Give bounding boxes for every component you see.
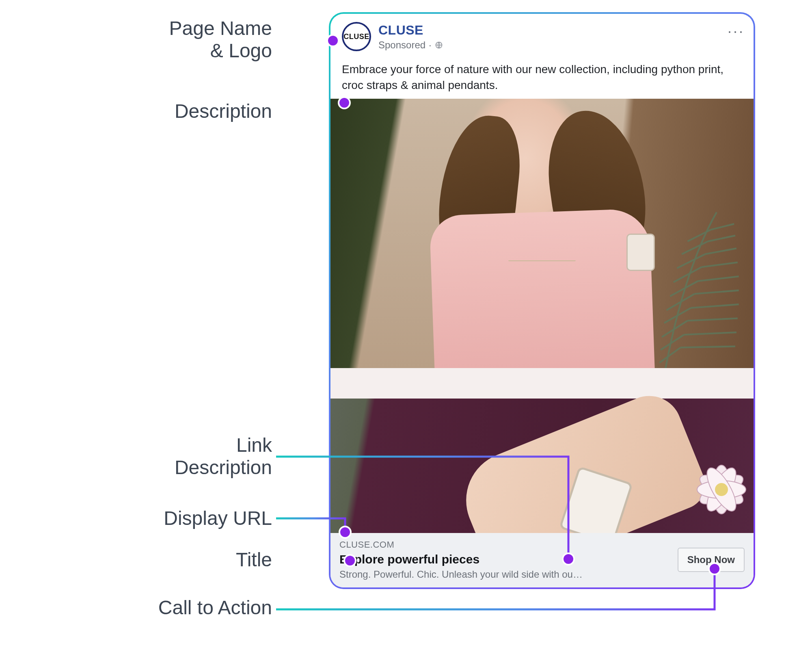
ad-media-bottom-image (330, 399, 754, 533)
flower-illustration-icon (681, 449, 754, 530)
ad-header-text: CLUSE Sponsored · (378, 23, 443, 51)
annotation-page-name-logo: Page Name& Logo (169, 17, 272, 62)
ad-link-description: Strong. Powerful. Chic. Unleash your wil… (339, 569, 669, 580)
ad-card-border: CLUSE CLUSE Sponsored · ··· Embrace your… (329, 12, 755, 589)
annotation-title: Title (236, 548, 272, 571)
annotation-link-description: LinkDescription (175, 434, 272, 479)
ad-title: Explore powerful pieces (339, 552, 669, 566)
ad-link-bar[interactable]: CLUSE.COM Explore powerful pieces Strong… (330, 533, 754, 587)
sponsored-label: Sponsored (378, 39, 425, 51)
separator-dot: · (429, 39, 432, 51)
ad-body-text: Embrace your force of nature with our ne… (330, 54, 754, 99)
cta-button[interactable]: Shop Now (678, 548, 745, 572)
more-menu-icon[interactable]: ··· (728, 23, 745, 40)
annotation-description: Description (175, 100, 272, 122)
globe-icon (435, 41, 443, 49)
ad-card: CLUSE CLUSE Sponsored · ··· Embrace your… (330, 14, 754, 587)
fern-illustration-icon (601, 206, 754, 381)
ad-media-top-image (330, 99, 754, 368)
annotation-display-url: Display URL (164, 507, 272, 529)
annotation-call-to-action: Call to Action (158, 596, 272, 619)
page-name[interactable]: CLUSE (378, 23, 443, 38)
page-logo[interactable]: CLUSE (342, 22, 371, 51)
ad-media[interactable] (330, 99, 754, 533)
display-url: CLUSE.COM (339, 540, 669, 550)
ad-header: CLUSE CLUSE Sponsored · ··· (330, 14, 754, 54)
sponsored-row: Sponsored · (378, 39, 443, 51)
svg-point-7 (715, 483, 728, 496)
